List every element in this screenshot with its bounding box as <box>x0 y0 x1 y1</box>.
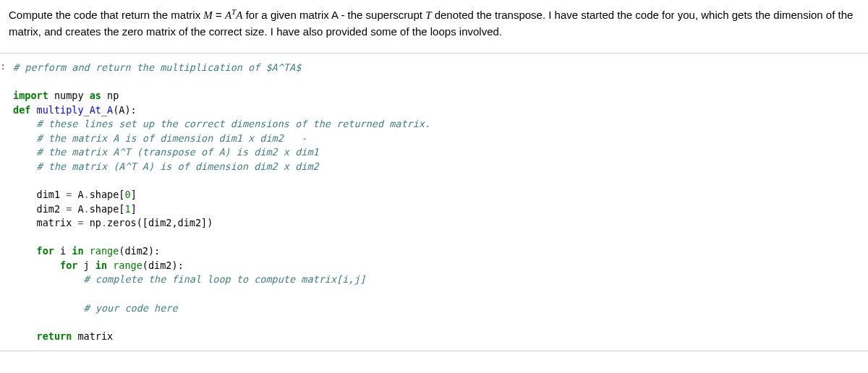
code-comment: # the matrix (A^T A) is of dimension dim… <box>13 160 319 172</box>
instr-text: Compute the code that return the matrix <box>9 9 203 21</box>
code-text: np <box>101 90 119 101</box>
code-builtin-range: range <box>113 260 142 271</box>
code-text <box>84 245 90 257</box>
math-M: M <box>203 9 213 21</box>
code-text: A <box>72 203 83 215</box>
code-text <box>107 260 113 271</box>
instr-text-2: for a given matrix A - the superscrupt <box>243 9 426 21</box>
code-kw-as: as <box>90 90 101 101</box>
code-kw-for: for <box>60 260 77 271</box>
code-comment: # your code here <box>13 302 178 314</box>
code-comment: # the matrix A is of dimension dim1 x di… <box>13 132 307 144</box>
code-text: dim2 <box>13 203 66 215</box>
code-text: (A): <box>113 104 137 116</box>
math-A2: A <box>236 9 242 21</box>
code-text: np <box>84 217 101 228</box>
code-text: dim1 <box>13 189 66 200</box>
code-kw-import: import <box>13 90 48 101</box>
code-text: matrix <box>13 217 77 228</box>
code-text: j <box>77 260 95 271</box>
code-cell: : # perform and return the multiplicatio… <box>0 53 868 351</box>
code-text: A <box>72 189 83 200</box>
math-T: T <box>425 9 431 21</box>
code-text <box>13 245 37 257</box>
code-op: . <box>84 189 90 200</box>
code-kw-in: in <box>95 260 107 271</box>
code-text <box>13 330 37 342</box>
code-comment: # the matrix A^T (transpose of A) is dim… <box>13 146 319 158</box>
code-text: matrix <box>72 330 113 342</box>
code-op: = <box>77 217 83 228</box>
code-text: zeros([dim2,dim2]) <box>107 217 213 228</box>
code-num: 0 <box>124 189 130 200</box>
code-text <box>30 104 36 116</box>
code-builtin-range: range <box>90 245 119 257</box>
code-comment: # perform and return the multiplication … <box>13 61 301 73</box>
code-text: (dim2): <box>119 245 160 257</box>
code-op: . <box>84 203 90 215</box>
code-kw-def: def <box>13 104 30 116</box>
code-comment: # complete the final loop to compute mat… <box>13 273 366 285</box>
code-text: shape[ <box>90 203 125 215</box>
code-kw-for: for <box>37 245 54 257</box>
code-text: ] <box>131 189 137 200</box>
code-text: ] <box>131 203 137 215</box>
code-text: numpy <box>48 90 90 101</box>
code-text: shape[ <box>90 189 125 200</box>
math-equals: = <box>213 9 225 21</box>
cell-prompt: : <box>0 58 7 72</box>
code-text <box>13 260 60 271</box>
code-funcname: multiply_At_A <box>37 104 114 116</box>
code-comment: # these lines set up the correct dimensi… <box>13 118 430 129</box>
code-text: (dim2): <box>142 260 184 271</box>
code-kw-return: return <box>37 330 72 342</box>
math-A1: A <box>225 9 231 21</box>
problem-statement: Compute the code that return the matrix … <box>9 6 859 40</box>
code-op: . <box>101 217 107 228</box>
code-editor[interactable]: # perform and return the multiplication … <box>7 58 868 346</box>
code-text: i <box>54 245 72 257</box>
code-num: 1 <box>124 203 130 215</box>
code-kw-in: in <box>72 245 83 257</box>
